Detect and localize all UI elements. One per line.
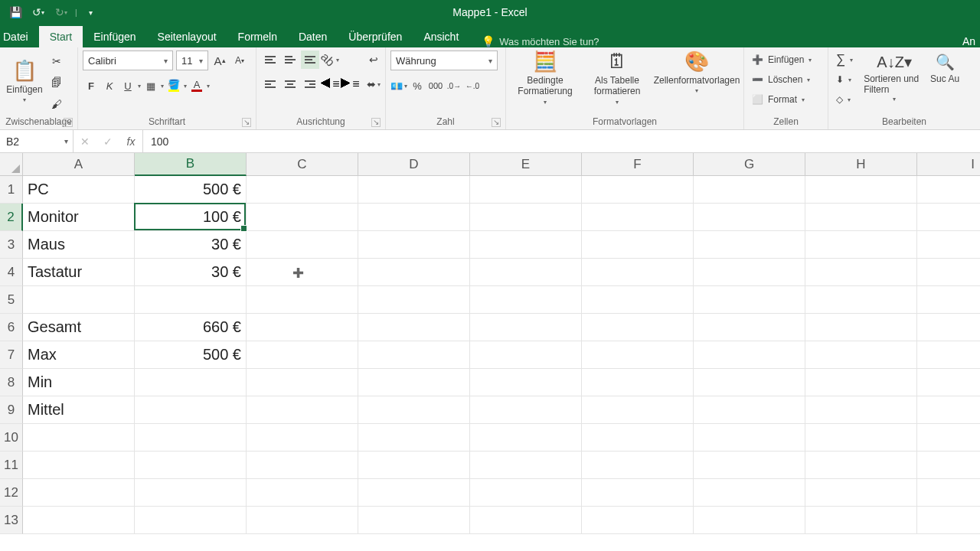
cell-A9[interactable]: Mittel bbox=[23, 396, 135, 424]
cell-H12[interactable] bbox=[805, 479, 917, 507]
decrease-indent-icon[interactable]: ⯇≡ bbox=[321, 75, 339, 93]
cell-F5[interactable] bbox=[582, 286, 694, 314]
cell-G13[interactable] bbox=[694, 507, 805, 534]
row-header-2[interactable]: 2 bbox=[0, 204, 23, 231]
autosum-button[interactable]: ∑▾ bbox=[833, 51, 856, 69]
col-header-D[interactable]: D bbox=[358, 153, 470, 176]
cell-G8[interactable] bbox=[694, 369, 805, 396]
tab-data[interactable]: Daten bbox=[288, 26, 338, 47]
cell-B13[interactable] bbox=[135, 507, 247, 534]
cell-C10[interactable] bbox=[247, 424, 358, 452]
dialog-launcher-icon[interactable]: ↘ bbox=[371, 118, 381, 127]
cell-F4[interactable] bbox=[582, 259, 694, 286]
cell-B12[interactable] bbox=[135, 479, 247, 507]
tab-review[interactable]: Überprüfen bbox=[338, 26, 413, 47]
cell-F10[interactable] bbox=[582, 424, 694, 452]
increase-indent-icon[interactable]: ⯈≡ bbox=[341, 75, 359, 93]
cell-A12[interactable] bbox=[23, 479, 135, 507]
cell-H13[interactable] bbox=[805, 507, 917, 534]
cell-C3[interactable] bbox=[247, 231, 358, 259]
sort-filter-button[interactable]: A↓Z▾ Sortieren und Filtern▾ bbox=[864, 51, 925, 103]
delete-cells-button[interactable]: ➖Löschen▾ bbox=[749, 70, 815, 89]
font-name-combo[interactable]: Calibri▾ bbox=[83, 51, 173, 70]
cell-D8[interactable] bbox=[358, 369, 470, 396]
cell-B6[interactable]: 660 € bbox=[135, 314, 247, 341]
cut-icon[interactable]: ✂ bbox=[47, 52, 66, 70]
cell-G6[interactable] bbox=[694, 314, 805, 341]
cell-F13[interactable] bbox=[582, 507, 694, 534]
cell-B2[interactable]: 100 € bbox=[135, 204, 247, 231]
row-header-12[interactable]: 12 bbox=[0, 479, 23, 507]
cell-H4[interactable] bbox=[805, 259, 917, 286]
cell-C5[interactable] bbox=[247, 286, 358, 314]
fill-button[interactable]: ⬇▾ bbox=[833, 70, 856, 89]
formula-input[interactable]: 100 bbox=[143, 130, 980, 152]
cell-H3[interactable] bbox=[805, 231, 917, 259]
save-icon[interactable]: 💾 bbox=[5, 2, 26, 23]
format-painter-icon[interactable]: 🖌 bbox=[47, 95, 66, 113]
cell-F12[interactable] bbox=[582, 479, 694, 507]
cell-C12[interactable] bbox=[247, 479, 358, 507]
cell-G1[interactable] bbox=[694, 176, 805, 204]
align-bottom-icon[interactable] bbox=[301, 51, 319, 69]
cell-A1[interactable]: PC bbox=[23, 176, 135, 204]
bold-button[interactable]: F bbox=[83, 77, 100, 95]
col-header-A[interactable]: A bbox=[23, 153, 135, 176]
row-header-5[interactable]: 5 bbox=[0, 286, 23, 314]
qat-customize-icon[interactable]: ▾ bbox=[80, 2, 102, 23]
cancel-icon[interactable]: ✕ bbox=[74, 135, 96, 148]
cell-A6[interactable]: Gesamt bbox=[23, 314, 135, 341]
comma-icon[interactable]: 000 bbox=[427, 77, 444, 95]
cell-H8[interactable] bbox=[805, 369, 917, 396]
cell-B1[interactable]: 500 € bbox=[135, 176, 247, 204]
align-right-icon[interactable] bbox=[301, 75, 319, 93]
font-color-button[interactable]: A▾ bbox=[188, 77, 210, 95]
insert-cells-button[interactable]: ➕Einfügen▾ bbox=[749, 51, 815, 69]
fx-icon[interactable]: fx bbox=[119, 135, 142, 148]
cell-F6[interactable] bbox=[582, 314, 694, 341]
align-middle-icon[interactable] bbox=[281, 51, 299, 69]
cell-D1[interactable] bbox=[358, 176, 470, 204]
cell-F3[interactable] bbox=[582, 231, 694, 259]
cell-E3[interactable] bbox=[470, 231, 582, 259]
cell-C1[interactable] bbox=[247, 176, 358, 204]
underline-button[interactable]: U▾ bbox=[119, 77, 141, 95]
cell-D9[interactable] bbox=[358, 396, 470, 424]
cell-C8[interactable] bbox=[247, 369, 358, 396]
row-header-3[interactable]: 3 bbox=[0, 231, 23, 259]
cell-A11[interactable] bbox=[23, 452, 135, 479]
cell-B9[interactable] bbox=[135, 396, 247, 424]
cell-A7[interactable]: Max bbox=[23, 341, 135, 369]
align-center-icon[interactable] bbox=[281, 75, 299, 93]
cell-D7[interactable] bbox=[358, 341, 470, 369]
cell-G4[interactable] bbox=[694, 259, 805, 286]
cell-H2[interactable] bbox=[805, 204, 917, 231]
cell-H7[interactable] bbox=[805, 341, 917, 369]
increase-decimal-icon[interactable]: .0→ bbox=[446, 77, 462, 95]
cell-I8[interactable] bbox=[917, 369, 980, 396]
cell-E13[interactable] bbox=[470, 507, 582, 534]
cell-D4[interactable] bbox=[358, 259, 470, 286]
wrap-text-icon[interactable]: ↩ bbox=[367, 51, 381, 69]
cell-G2[interactable] bbox=[694, 204, 805, 231]
tell-me-search[interactable]: 💡 Was möchten Sie tun? bbox=[482, 35, 599, 47]
cell-G11[interactable] bbox=[694, 452, 805, 479]
cell-D6[interactable] bbox=[358, 314, 470, 341]
cell-H9[interactable] bbox=[805, 396, 917, 424]
cell-G9[interactable] bbox=[694, 396, 805, 424]
cell-C2[interactable] bbox=[247, 204, 358, 231]
grow-font-icon[interactable]: A▴ bbox=[211, 51, 228, 70]
col-header-E[interactable]: E bbox=[470, 153, 582, 176]
cell-E11[interactable] bbox=[470, 452, 582, 479]
enter-icon[interactable]: ✓ bbox=[96, 135, 119, 148]
cell-B5[interactable] bbox=[135, 286, 247, 314]
cell-B11[interactable] bbox=[135, 452, 247, 479]
cell-I3[interactable] bbox=[917, 231, 980, 259]
cell-I13[interactable] bbox=[917, 507, 980, 534]
cell-F8[interactable] bbox=[582, 369, 694, 396]
cell-E8[interactable] bbox=[470, 369, 582, 396]
cell-F1[interactable] bbox=[582, 176, 694, 204]
cell-D5[interactable] bbox=[358, 286, 470, 314]
cell-C6[interactable] bbox=[247, 314, 358, 341]
cell-F7[interactable] bbox=[582, 341, 694, 369]
